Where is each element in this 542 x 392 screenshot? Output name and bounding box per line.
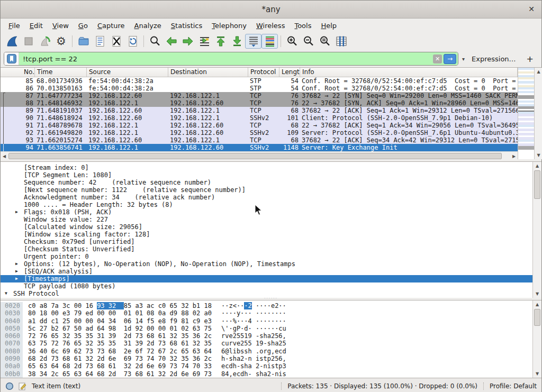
detail-line[interactable]: ▶[Timestamps] bbox=[1, 275, 532, 282]
capture-comment-icon[interactable] bbox=[19, 382, 27, 390]
apply-filter-icon[interactable]: → bbox=[444, 54, 456, 64]
hex-row-0080[interactable]: 008036 40 6c 69 62 73 73 68 2e 6f 72 67 … bbox=[1, 348, 532, 355]
packet-row-93[interactable]: 9371.662015274192.168.122.60192.168.122.… bbox=[1, 136, 518, 144]
expert-info-icon[interactable] bbox=[5, 382, 14, 390]
filter-dropdown-icon[interactable]: ▾ bbox=[461, 56, 466, 62]
menu-wireless[interactable]: Wireless bbox=[251, 20, 290, 31]
hex-row-00a0[interactable]: 00a065 63 64 68 2d 73 68 61 32 2d 6e 69 … bbox=[1, 362, 532, 370]
capture-start-button[interactable] bbox=[4, 34, 20, 49]
menu-edit[interactable]: Edit bbox=[25, 20, 48, 31]
hex-row-0060[interactable]: 006072 76 65 32 35 35 31 39 2d 73 68 61 … bbox=[1, 332, 532, 340]
hex-row-0090[interactable]: 009068 2d 73 68 61 32 2d 6e 69 73 74 70 … bbox=[1, 355, 532, 362]
detail-line[interactable]: Window size value: 227 bbox=[1, 216, 532, 223]
capture-stop-button[interactable] bbox=[20, 34, 37, 49]
tree-collapsed-icon[interactable]: ▶ bbox=[15, 275, 18, 282]
clear-filter-icon[interactable]: ✕ bbox=[433, 54, 442, 63]
packet-list-vscrollbar[interactable]: ▲ ▼ bbox=[534, 68, 542, 159]
detail-line[interactable]: [Next sequence number: 1122 (relative se… bbox=[1, 186, 532, 194]
detail-line[interactable]: ▶Flags: 0x018 (PSH, ACK) bbox=[1, 208, 532, 216]
capture-options-button[interactable]: ⚙ bbox=[53, 34, 69, 49]
menu-go[interactable]: Go bbox=[74, 20, 93, 31]
close-window-icon[interactable]: ✕ bbox=[528, 4, 535, 14]
go-to-packet-button[interactable] bbox=[196, 34, 212, 49]
detail-line[interactable]: [TCP Segment Len: 1080] bbox=[1, 171, 532, 179]
go-first-packet-button[interactable] bbox=[212, 34, 229, 49]
detail-line[interactable]: ▶[SEQ/ACK analysis] bbox=[1, 268, 532, 275]
capture-restart-button[interactable] bbox=[37, 34, 53, 49]
tree-collapsed-icon[interactable]: ▶ bbox=[15, 297, 18, 298]
detail-line[interactable]: Sequence number: 42 (relative sequence n… bbox=[1, 179, 532, 186]
scroll-down-icon[interactable]: ▼ bbox=[533, 291, 541, 296]
colorize-toggle-button[interactable] bbox=[261, 34, 278, 49]
packet-list-hscrollbar[interactable]: ◀ ▶ bbox=[1, 151, 518, 160]
detail-line[interactable]: ▼SSH Protocol bbox=[1, 290, 532, 297]
menu-statistics[interactable]: Statistics bbox=[166, 20, 207, 31]
hscroll-thumb[interactable] bbox=[8, 153, 502, 159]
autoscroll-toggle-button[interactable] bbox=[245, 34, 261, 49]
file-open-button[interactable] bbox=[75, 34, 92, 49]
menu-telephony[interactable]: Telephony bbox=[207, 20, 251, 31]
file-reload-button[interactable] bbox=[124, 34, 141, 49]
scroll-up-icon[interactable]: ▲ bbox=[533, 163, 541, 168]
tree-expanded-icon[interactable]: ▼ bbox=[5, 290, 7, 297]
hex-row-0070[interactable]: 007063 75 72 76 65 32 35 35 31 39 2d 73 … bbox=[1, 340, 532, 347]
detail-line[interactable]: Urgent pointer: 0 bbox=[1, 253, 532, 260]
tree-collapsed-icon[interactable]: ▶ bbox=[15, 260, 18, 268]
column-header-destination[interactable]: Destination bbox=[168, 68, 248, 77]
go-forward-button[interactable] bbox=[179, 34, 196, 49]
hex-row-00b0[interactable]: 00b038 34 2c 65 63 64 68 2d 73 68 61 32 … bbox=[1, 370, 532, 378]
packet-row-87[interactable]: 8771.647777234192.168.122.60192.168.122.… bbox=[1, 92, 518, 99]
display-filter-input[interactable]: !tcp.port == 22 ✕ → bbox=[4, 52, 458, 66]
column-header-protocol[interactable]: Protocol bbox=[248, 68, 279, 77]
file-save-button[interactable] bbox=[92, 34, 108, 49]
menu-file[interactable]: File bbox=[4, 20, 25, 31]
menu-capture[interactable]: Capture bbox=[93, 20, 130, 31]
column-header-length[interactable]: Length bbox=[279, 68, 300, 77]
zoom-in-button[interactable] bbox=[284, 34, 300, 49]
packet-row-89[interactable]: 8971.648191037192.168.122.60192.168.122.… bbox=[1, 107, 518, 114]
scroll-up-icon[interactable]: ▲ bbox=[533, 302, 541, 307]
detail-line[interactable]: Checksum: 0x79ed [unverified] bbox=[1, 238, 532, 245]
profile-indicator[interactable]: Profile: Default bbox=[483, 382, 537, 390]
detail-line[interactable]: [Checksum Status: Unverified] bbox=[1, 245, 532, 253]
find-packet-button[interactable] bbox=[147, 34, 163, 49]
zoom-out-button[interactable] bbox=[300, 34, 317, 49]
detail-line[interactable]: Acknowledgment number: 34 (relative ack … bbox=[1, 194, 532, 201]
go-back-button[interactable] bbox=[163, 34, 179, 49]
detail-line[interactable]: 1000 .... = Header Length: 32 bytes (8) bbox=[1, 201, 532, 208]
go-last-packet-button[interactable] bbox=[229, 34, 245, 49]
column-header-source[interactable]: Source bbox=[87, 68, 168, 77]
detail-line[interactable]: [Calculated window size: 29056] bbox=[1, 223, 532, 231]
tree-collapsed-icon[interactable]: ▶ bbox=[15, 208, 18, 216]
scroll-up-icon[interactable]: ▲ bbox=[537, 69, 540, 74]
packet-row-94[interactable]: 9471.663856741192.168.122.1192.168.122.6… bbox=[1, 144, 518, 151]
tree-collapsed-icon[interactable]: ▶ bbox=[15, 268, 18, 275]
resize-columns-button[interactable] bbox=[333, 34, 349, 49]
detail-line[interactable]: [Window size scaling factor: 128] bbox=[1, 231, 532, 238]
hex-row-0030[interactable]: 003080 18 00 e3 79 ed 00 00 01 01 08 0a … bbox=[1, 309, 532, 317]
menu-analyze[interactable]: Analyze bbox=[130, 20, 166, 31]
detail-line[interactable]: ▶SSH Version 2 (encryption:chacha20-poly… bbox=[1, 297, 532, 298]
scroll-right-icon[interactable]: ▶ bbox=[510, 154, 518, 159]
packet-row-85[interactable]: 8568.001734936fe:54:00:d4:38:2aSTP54Conf… bbox=[1, 77, 518, 85]
details-vscrollbar[interactable]: ▲ ▼ bbox=[532, 162, 541, 298]
bytes-vscrollbar[interactable]: ▲ ▼ bbox=[532, 300, 541, 378]
detail-line[interactable]: ▶Options: (12 bytes), No-Operation (NOP)… bbox=[1, 260, 532, 268]
hex-row-0050[interactable]: 00505c 27 b2 67 50 ad 64 98 1d 92 00 00 … bbox=[1, 325, 532, 332]
packet-row-88[interactable]: 8871.648146932192.168.122.1192.168.122.6… bbox=[1, 99, 518, 107]
column-header-no[interactable]: No. bbox=[1, 68, 35, 77]
display-filter-text[interactable]: !tcp.port == 22 bbox=[19, 55, 433, 63]
packet-row-86[interactable]: 8670.013850163fe:54:00:d4:38:2aSTP54Conf… bbox=[1, 85, 518, 92]
menu-view[interactable]: View bbox=[48, 20, 74, 31]
packet-list-minimap-scrollbar[interactable] bbox=[518, 68, 534, 159]
file-close-button[interactable] bbox=[108, 34, 124, 49]
scroll-left-icon[interactable]: ◀ bbox=[1, 154, 8, 159]
detail-line[interactable]: TCP payload (1080 bytes) bbox=[1, 282, 532, 290]
filter-bookmark-icon[interactable] bbox=[4, 52, 19, 65]
expression-button[interactable]: Expression… bbox=[468, 55, 519, 63]
menu-tools[interactable]: Tools bbox=[290, 20, 316, 31]
packet-row-91[interactable]: 9171.648789678192.168.122.1192.168.122.6… bbox=[1, 122, 518, 129]
packet-row-90[interactable]: 9071.648618924192.168.122.60192.168.122.… bbox=[1, 114, 518, 122]
column-header-info[interactable]: Info bbox=[300, 68, 518, 77]
detail-line[interactable]: [Stream index: 0] bbox=[1, 164, 532, 171]
